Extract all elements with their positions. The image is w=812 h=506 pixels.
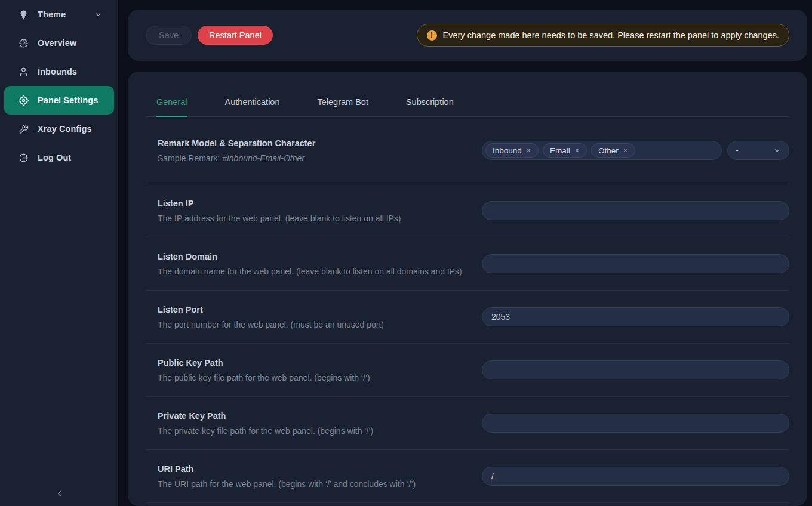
field-label: Listen Domain (158, 252, 464, 261)
wrench-icon (19, 124, 29, 134)
uri-path-input[interactable] (482, 467, 789, 486)
sidebar-item-label: Panel Settings (38, 95, 102, 105)
alert-text: Every change made here needs to be saved… (443, 30, 779, 40)
sample-remark-prefix: Sample Remark: (158, 153, 222, 163)
field-label: Remark Model & Separation Character (158, 138, 464, 148)
sidebar-item-label: Inbounds (38, 67, 102, 76)
gear-icon (19, 95, 29, 106)
form-row-listen-port: Listen Port The port number for the web … (146, 291, 789, 344)
tag-label: Email (550, 146, 570, 155)
field-description: The URI path for the web panel. (begins … (158, 479, 464, 489)
chevron-down-icon (94, 11, 102, 18)
field-description: The public key file path for the web pan… (158, 373, 464, 382)
tab-subscription[interactable]: Subscription (406, 90, 454, 117)
separation-character-select[interactable]: - (727, 141, 789, 160)
save-button[interactable]: Save (146, 26, 192, 45)
settings-tabs: General Authentication Telegram Bot Subs… (146, 90, 789, 117)
listen-port-input[interactable] (482, 307, 789, 326)
tag-inbound: Inbound✕ (485, 143, 539, 158)
settings-form: Remark Model & Separation Character Samp… (146, 117, 789, 503)
field-description: The private key file path for the web pa… (158, 426, 464, 436)
warning-icon: ! (427, 30, 437, 41)
sidebar-item-theme[interactable]: Theme (4, 0, 114, 29)
field-label: Listen Port (158, 305, 464, 314)
form-row-listen-ip: Listen IP The IP address for the web pan… (146, 184, 789, 237)
main-column: Save Restart Panel ! Every change made h… (118, 0, 812, 506)
form-row-private-key-path: Private Key Path The private key file pa… (146, 397, 789, 450)
sidebar-item-panel-settings[interactable]: Panel Settings (4, 86, 114, 115)
sidebar: Theme Overview Inbounds Panel Settings (0, 0, 118, 506)
form-row-uri-path: URI Path The URI path for the web panel.… (146, 450, 789, 503)
field-description: Sample Remark: #Inbound-Email-Other (158, 153, 464, 163)
panel-settings-card: General Authentication Telegram Bot Subs… (128, 72, 807, 506)
sidebar-item-label: Theme (38, 10, 94, 19)
sidebar-item-label: Log Out (38, 153, 102, 162)
form-row-public-key-path: Public Key Path The public key file path… (146, 344, 789, 397)
sidebar-item-log-out[interactable]: Log Out (4, 143, 114, 172)
tag-other: Other✕ (591, 143, 635, 158)
tag-email: Email✕ (543, 143, 587, 158)
field-label: URI Path (158, 464, 464, 474)
field-label: Public Key Path (158, 358, 464, 368)
listen-ip-input[interactable] (482, 201, 789, 220)
user-icon (19, 67, 29, 77)
private-key-path-input[interactable] (482, 414, 789, 433)
toolbar: Save Restart Panel ! Every change made h… (128, 10, 807, 61)
sidebar-item-label: Overview (38, 38, 102, 48)
field-description: The domain name for the web panel. (leav… (158, 267, 464, 276)
tab-authentication[interactable]: Authentication (225, 90, 280, 117)
sidebar-collapse-button[interactable] (0, 489, 118, 504)
field-description: The IP address for the web panel. (leave… (158, 214, 464, 223)
logout-icon (19, 153, 29, 163)
chevron-left-icon (55, 490, 64, 500)
chevron-down-icon (773, 147, 781, 155)
tab-general[interactable]: General (156, 90, 187, 117)
form-row-remark-model: Remark Model & Separation Character Samp… (146, 117, 789, 184)
tag-label: Inbound (493, 146, 522, 155)
restart-panel-button[interactable]: Restart Panel (198, 26, 273, 45)
remark-model-tags-input[interactable]: Inbound✕Email✕Other✕ (482, 141, 722, 160)
listen-domain-input[interactable] (482, 254, 789, 273)
public-key-path-input[interactable] (482, 360, 789, 380)
lightbulb-icon (19, 10, 29, 20)
sidebar-item-label: Xray Configs (38, 124, 102, 134)
tag-remove-icon[interactable]: ✕ (623, 147, 628, 155)
gauge-icon (19, 38, 29, 48)
tab-telegram-bot[interactable]: Telegram Bot (318, 90, 368, 117)
sidebar-item-overview[interactable]: Overview (4, 29, 114, 57)
app-root: Theme Overview Inbounds Panel Settings (0, 0, 812, 506)
sidebar-item-xray-configs[interactable]: Xray Configs (4, 115, 114, 143)
restart-warning-alert: ! Every change made here needs to be sav… (417, 24, 789, 47)
tag-remove-icon[interactable]: ✕ (574, 147, 580, 155)
field-description: The port number for the web panel. (must… (158, 320, 464, 329)
field-label: Listen IP (158, 199, 464, 208)
sidebar-item-inbounds[interactable]: Inbounds (4, 57, 114, 86)
tag-remove-icon[interactable]: ✕ (526, 147, 531, 155)
form-row-listen-domain: Listen Domain The domain name for the we… (146, 237, 789, 291)
field-label: Private Key Path (158, 411, 464, 421)
select-value: - (736, 146, 739, 155)
tag-label: Other (598, 146, 619, 155)
sample-remark-value: #Inbound-Email-Other (222, 153, 304, 163)
